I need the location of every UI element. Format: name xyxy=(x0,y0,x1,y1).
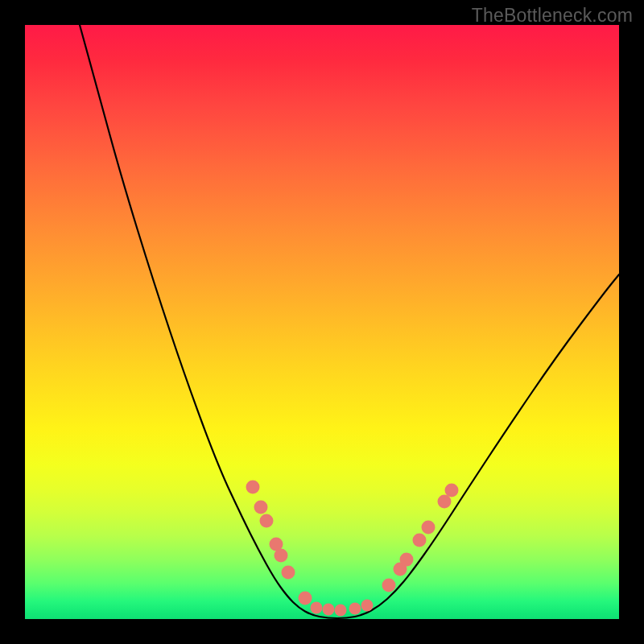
curve-dot xyxy=(335,605,347,617)
watermark-text: TheBottleneck.com xyxy=(472,5,633,27)
curve-dot xyxy=(382,579,396,592)
curve-dot xyxy=(422,521,436,535)
curve-dot xyxy=(323,604,335,616)
bottleneck-curve xyxy=(80,25,619,618)
curve-dot xyxy=(413,534,427,547)
curve-dot xyxy=(260,514,274,528)
curve-dot xyxy=(438,495,452,509)
curve-dot xyxy=(275,549,288,563)
curve-dot xyxy=(282,566,295,580)
curve-dot xyxy=(349,603,361,615)
curve-dot xyxy=(299,592,312,605)
chart-svg xyxy=(25,25,619,619)
curve-dot xyxy=(445,484,459,497)
curve-dot xyxy=(400,553,414,567)
curve-dot xyxy=(254,501,268,514)
chart-frame: TheBottleneck.com xyxy=(0,0,644,644)
curve-dot xyxy=(311,602,323,614)
curve-dot xyxy=(246,481,260,494)
curve-dot xyxy=(361,600,374,612)
curve-dots-right xyxy=(382,484,459,592)
